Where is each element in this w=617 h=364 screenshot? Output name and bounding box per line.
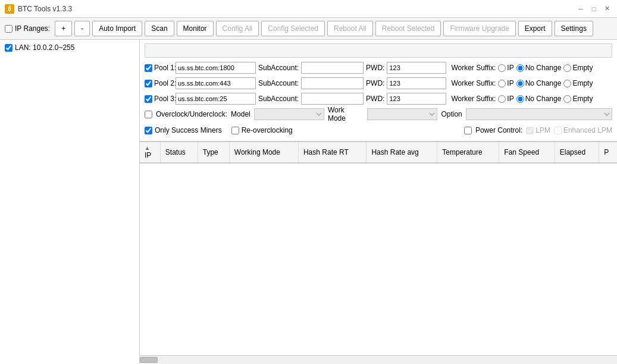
pool3-nochange-option: No Change (516, 95, 562, 103)
pool1-ip-option: IP (498, 64, 513, 72)
working-mode-column-header[interactable]: Working Mode (229, 142, 298, 163)
overclock-label: Overclock/Underclock: (156, 110, 227, 118)
pool2-empty-radio[interactable] (563, 80, 571, 87)
pool1-radio-group: IP No Change Empty (498, 64, 593, 72)
pool3-empty-radio[interactable] (563, 95, 571, 103)
lpm-label: LPM (535, 126, 550, 134)
pool3-empty-option: Empty (563, 95, 593, 103)
pool3-radio-group: IP No Change Empty (498, 95, 593, 103)
type-column-header[interactable]: Type (198, 142, 229, 163)
pool1-subaccount-label: SubAccount: (258, 64, 299, 72)
left-panel: LAN: 10.0.2.0~255 (0, 40, 140, 364)
pool2-checkbox[interactable] (145, 80, 152, 87)
pool3-pwd-input[interactable] (387, 93, 446, 105)
pool3-nochange-radio[interactable] (516, 95, 524, 103)
monitor-button[interactable]: Monitor (177, 21, 214, 36)
ip-column-header[interactable]: ▲ IP (140, 142, 160, 163)
config-selected-button[interactable]: Config Selected (261, 21, 325, 36)
pool3-nochange-label: No Change (525, 95, 562, 103)
option-select[interactable] (466, 108, 612, 120)
pool-3-row: Pool 3: SubAccount: PWD: Worker Suffix: … (145, 92, 612, 105)
pool1-checkbox[interactable] (145, 64, 152, 72)
pool3-ip-radio[interactable] (498, 95, 506, 103)
ip-list: LAN: 10.0.2.0~255 (0, 40, 139, 364)
pool1-ip-radio[interactable] (498, 64, 506, 72)
pool1-nochange-radio[interactable] (516, 64, 524, 72)
pool3-worker-suffix-label: Worker Suffix: (451, 95, 496, 103)
remove-ip-button[interactable]: - (74, 21, 90, 36)
overclock-checkbox[interactable] (145, 111, 152, 118)
pool1-url-input[interactable] (176, 62, 256, 74)
pool1-pwd-input[interactable] (387, 62, 446, 74)
settings-button[interactable]: Settings (555, 21, 593, 36)
pool2-ip-label: IP (507, 79, 513, 87)
temperature-column-header[interactable]: Temperature (437, 142, 499, 163)
hash-rate-rt-column-header[interactable]: Hash Rate RT (298, 142, 366, 163)
list-item[interactable]: LAN: 10.0.2.0~255 (2, 42, 137, 53)
bottom-scroll[interactable] (140, 355, 617, 364)
pool1-empty-radio[interactable] (563, 64, 571, 72)
close-button[interactable]: ✕ (602, 4, 612, 14)
re-overclocking-label: Re-overclocking (242, 126, 293, 134)
miners-table: ▲ IP Status Type Working Mode Hash Rate … (140, 142, 617, 164)
pool2-ip-radio[interactable] (498, 80, 506, 87)
add-ip-button[interactable]: + (55, 21, 72, 36)
hash-rate-avg-column-header[interactable]: Hash Rate avg (367, 142, 437, 163)
pool3-pwd-label: PWD: (366, 95, 384, 103)
main-content: LAN: 10.0.2.0~255 Pool 1: SubAccount: PW… (0, 40, 617, 364)
ip-ranges-checkbox[interactable] (5, 25, 12, 33)
pool3-ip-option: IP (498, 95, 513, 103)
re-overclocking-checkbox[interactable] (231, 127, 239, 134)
minimize-button[interactable]: ─ (575, 4, 586, 14)
config-area: Pool 1: SubAccount: PWD: Worker Suffix: … (140, 40, 617, 142)
work-mode-select[interactable] (367, 108, 437, 120)
power-control-label: Power Control: (475, 126, 522, 134)
pool3-subaccount-input[interactable] (301, 93, 364, 105)
pool3-empty-label: Empty (572, 95, 593, 103)
pool3-checkbox[interactable] (145, 95, 152, 103)
pool2-url-input[interactable] (176, 77, 256, 89)
elapsed-column-header[interactable]: Elapsed (555, 142, 599, 163)
pool2-worker-suffix-label: Worker Suffix: (451, 79, 496, 87)
only-success-miners-checkbox[interactable] (145, 127, 152, 134)
pool1-empty-option: Empty (563, 64, 593, 72)
pool2-ip-option: IP (498, 79, 513, 87)
auto-import-button[interactable]: Auto Import (92, 21, 142, 36)
config-all-button[interactable]: Config All (216, 21, 259, 36)
lpm-group: LPM (526, 126, 550, 134)
lan-entry-checkbox[interactable] (5, 44, 12, 52)
lpm-checkbox[interactable] (526, 127, 534, 134)
pool2-nochange-label: No Change (525, 79, 562, 87)
maximize-button[interactable]: □ (588, 4, 599, 14)
firmware-upgrade-button[interactable]: Firmware Upgrade (443, 21, 515, 36)
status-column-header[interactable]: Status (160, 142, 198, 163)
table-container[interactable]: ▲ IP Status Type Working Mode Hash Rate … (140, 142, 617, 355)
scan-button[interactable]: Scan (145, 21, 174, 36)
pool1-worker-suffix-label: Worker Suffix: (451, 64, 496, 72)
enhanced-lpm-checkbox[interactable] (554, 127, 562, 134)
pool2-pwd-input[interactable] (387, 77, 446, 89)
pool-1-row: Pool 1: SubAccount: PWD: Worker Suffix: … (145, 61, 612, 74)
pool-2-row: Pool 2: SubAccount: PWD: Worker Suffix: … (145, 77, 612, 90)
pool2-nochange-radio[interactable] (516, 80, 524, 87)
fan-speed-column-header[interactable]: Fan Speed (499, 142, 555, 163)
pool2-empty-option: Empty (563, 79, 593, 87)
title-bar: ₿ BTC Tools v1.3.3 ─ □ ✕ (0, 0, 617, 18)
model-select[interactable] (254, 108, 324, 120)
pool3-ip-label: IP (507, 95, 513, 103)
only-success-miners-group: Only Success Miners (145, 126, 222, 134)
pool1-subaccount-input[interactable] (301, 62, 364, 74)
export-button[interactable]: Export (518, 21, 552, 36)
extra-column-header[interactable]: P (599, 142, 617, 163)
power-control-checkbox[interactable] (464, 127, 472, 134)
power-control-area: Power Control: LPM Enhanced LPM (464, 126, 612, 134)
options-row: Only Success Miners Re-overclocking Powe… (145, 123, 612, 137)
reboot-selected-button[interactable]: Reboot Selected (375, 21, 441, 36)
option-label: Option (441, 110, 462, 118)
reboot-all-button[interactable]: Reboot All (327, 21, 373, 36)
lan-entry-label: LAN: 10.0.2.0~255 (15, 43, 74, 52)
overclock-row: Overclock/Underclock: Model Work Mode Op… (145, 108, 612, 121)
pool3-url-input[interactable] (176, 93, 256, 105)
pool2-pwd-label: PWD: (366, 79, 384, 87)
pool2-subaccount-input[interactable] (301, 77, 364, 89)
